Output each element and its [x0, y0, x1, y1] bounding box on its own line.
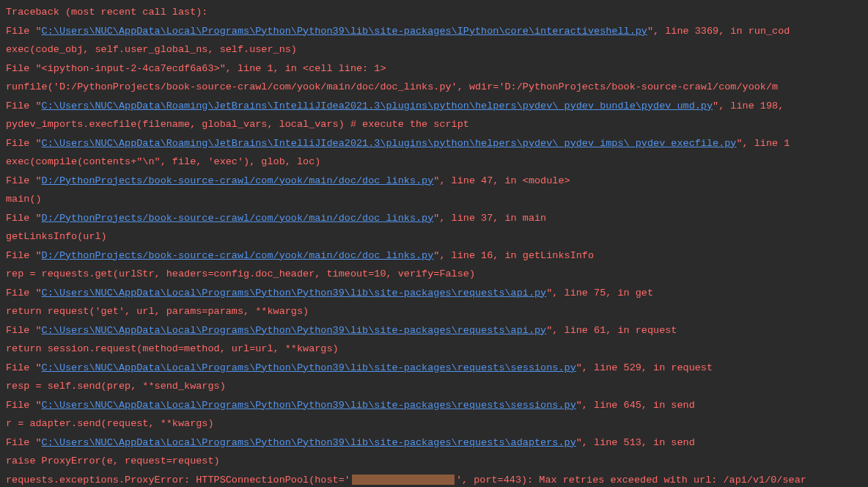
exception-prefix: requests.exceptions.ProxyError: HTTPSCon… [6, 475, 350, 486]
traceback-frame-code: main() [6, 190, 862, 209]
file-prefix: File " [6, 250, 42, 261]
traceback-frame-code: rep = requests.get(urlStr, headers=confi… [6, 265, 862, 284]
file-prefix: File " [6, 138, 42, 149]
file-suffix: ", line 75, in get [546, 288, 653, 299]
traceback-frame-code: exec(code_obj, self.user_global_ns, self… [6, 40, 862, 59]
traceback-frame-code: r = adapter.send(request, **kwargs) [6, 414, 862, 433]
file-prefix: File " [6, 288, 42, 299]
file-prefix: File " [6, 26, 42, 37]
file-path-link[interactable]: D:/PythonProjects/book-source-crawl/com/… [42, 175, 434, 186]
traceback-frame-file: File "C:\Users\NUC\AppData\Local\Program… [6, 396, 862, 415]
file-suffix: ", line 529, in request [576, 362, 713, 373]
file-path-link[interactable]: D:/PythonProjects/book-source-crawl/com/… [42, 250, 434, 261]
traceback-frame-code: return session.request(method=method, ur… [6, 340, 862, 359]
file-path-link[interactable]: C:\Users\NUC\AppData\Local\Programs\Pyth… [42, 362, 576, 373]
file-path-link[interactable]: C:\Users\NUC\AppData\Roaming\JetBrains\I… [42, 100, 713, 111]
file-suffix: ", line 61, in request [546, 325, 677, 336]
file-path-link[interactable]: D:/PythonProjects/book-source-crawl/com/… [42, 213, 434, 224]
file-suffix: ", line 3369, in run_cod [647, 26, 790, 37]
traceback-frame-code: return request('get', url, params=params… [6, 302, 862, 321]
traceback-frame-file: File "D:/PythonProjects/book-source-craw… [6, 246, 862, 266]
file-prefix: File " [6, 213, 42, 224]
file-path-link[interactable]: C:\Users\NUC\AppData\Local\Programs\Pyth… [42, 437, 576, 448]
traceback-frame-file: File "C:\Users\NUC\AppData\Roaming\JetBr… [6, 134, 862, 153]
traceback-frame-file: File "C:\Users\NUC\AppData\Local\Program… [6, 22, 862, 41]
file-prefix: File " [6, 437, 42, 448]
traceback-frame-file: File "C:\Users\NUC\AppData\Local\Program… [6, 359, 862, 378]
file-prefix: File " [6, 325, 42, 336]
file-path-link[interactable]: C:\Users\NUC\AppData\Local\Programs\Pyth… [42, 288, 547, 299]
file-suffix: ", line 16, in getLinksInfo [433, 250, 594, 261]
traceback-container: Traceback (most recent call last): File … [6, 3, 862, 487]
file-prefix: File " [6, 175, 42, 186]
exception-line: requests.exceptions.ProxyError: HTTPSCon… [6, 471, 862, 488]
traceback-frame-code: getLinksInfo(url) [6, 227, 862, 246]
file-prefix: File " [6, 100, 42, 111]
traceback-frame-file: File "D:/PythonProjects/book-source-craw… [6, 209, 862, 228]
traceback-frame-file: File "C:\Users\NUC\AppData\Roaming\JetBr… [6, 97, 862, 116]
file-suffix: ", line 513, in send [576, 437, 695, 448]
traceback-frame-code: pydev_imports.execfile(filename, global_… [6, 115, 862, 134]
traceback-frame-file: File "C:\Users\NUC\AppData\Local\Program… [6, 321, 862, 340]
file-suffix: ", line 1 [736, 138, 790, 149]
traceback-frame-code: raise ProxyError(e, request=request) [6, 452, 862, 471]
file-prefix: File " [6, 400, 42, 411]
traceback-frame-code: runfile('D:/PythonProjects/book-source-c… [6, 78, 862, 97]
traceback-frame-code: exec(compile(contents+"\n", file, 'exec'… [6, 153, 862, 172]
traceback-header: Traceback (most recent call last): [6, 3, 862, 22]
traceback-frame-code: resp = self.send(prep, **send_kwargs) [6, 377, 862, 396]
file-path-link[interactable]: C:\Users\NUC\AppData\Local\Programs\Pyth… [42, 325, 547, 336]
censored-host [352, 475, 455, 485]
traceback-frame-file: File "C:\Users\NUC\AppData\Local\Program… [6, 284, 862, 303]
file-path-link[interactable]: C:\Users\NUC\AppData\Local\Programs\Pyth… [42, 400, 576, 411]
file-suffix: ", line 37, in main [433, 213, 546, 224]
file-suffix: ", line 198, [713, 100, 784, 111]
traceback-frame-file: File "D:/PythonProjects/book-source-craw… [6, 172, 862, 191]
file-path-link[interactable]: C:\Users\NUC\AppData\Roaming\JetBrains\I… [42, 138, 737, 149]
file-prefix: File " [6, 362, 42, 373]
file-path-link[interactable]: C:\Users\NUC\AppData\Local\Programs\Pyth… [42, 26, 647, 37]
traceback-frame-file: File "C:\Users\NUC\AppData\Local\Program… [6, 433, 862, 453]
file-suffix: ", line 645, in send [576, 400, 695, 411]
file-suffix: ", line 47, in <module> [433, 175, 570, 186]
traceback-frame-file: File "<ipython-input-2-4ca7ecdf6a63>", l… [6, 59, 862, 78]
file-prefix: File "<ipython-input-2-4ca7ecdf6a63>", l… [6, 63, 386, 74]
exception-suffix: ', port=443): Max retries exceeded with … [456, 475, 806, 486]
